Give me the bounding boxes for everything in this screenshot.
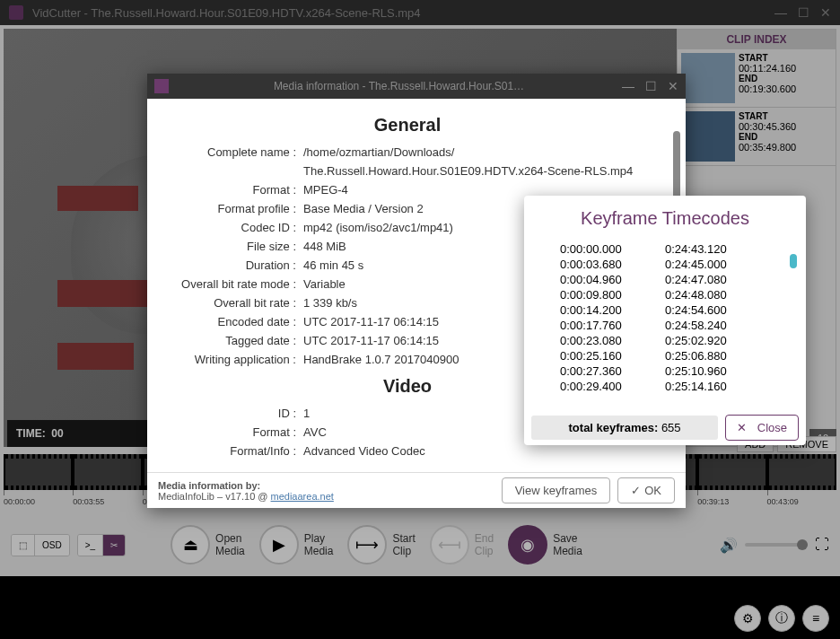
close-icon[interactable]: ✕	[820, 5, 831, 20]
info-icon: ⓘ	[775, 610, 788, 626]
clip-thumbnail	[681, 53, 735, 103]
maximize-icon[interactable]: ☐	[798, 5, 809, 20]
osd-toggle[interactable]: OSD	[35, 535, 69, 556]
clip-item[interactable]: START 00:30:45.360 END 00:35:49.800	[678, 108, 836, 166]
layout-toggle[interactable]: ⬚	[12, 535, 35, 556]
clip-index-header: CLIP INDEX	[678, 30, 836, 49]
list-icon: ≡	[812, 611, 819, 626]
play-media-button[interactable]: ▶ PlayMedia	[256, 521, 337, 568]
keyframe-dialog: Keyframe Timecodes 0:00:00.0000:00:03.68…	[524, 196, 806, 445]
toolbar: ⬚ OSD >_ ✂ ⏏ OpenMedia ▶ PlayMedia ⟼ Sta…	[0, 513, 840, 576]
start-clip-icon: ⟼	[347, 525, 387, 565]
app-icon	[154, 79, 169, 93]
clip-item[interactable]: START 00:11:24.160 END 00:19:30.600	[678, 49, 836, 108]
minimize-icon[interactable]: —	[774, 5, 787, 20]
info-button[interactable]: ⓘ	[768, 605, 795, 632]
keyframe-column: 0:00:00.0000:00:03.6800:00:04.9600:00:09…	[560, 241, 665, 403]
minimize-icon[interactable]: —	[622, 79, 634, 93]
section-heading: General	[156, 115, 659, 136]
save-icon: ◉	[508, 525, 547, 565]
end-clip-icon: ⟻	[430, 525, 469, 565]
fullscreen-icon[interactable]: ⛶	[815, 537, 829, 553]
play-icon: ▶	[259, 525, 299, 565]
scissors-icon: ✂	[110, 540, 118, 550]
total-keyframes: total keyframes: 655	[531, 416, 718, 440]
open-media-button[interactable]: ⏏ OpenMedia	[167, 521, 249, 568]
clip-thumbnail	[681, 111, 735, 162]
volume-slider[interactable]	[745, 543, 808, 547]
dialog-titlebar[interactable]: Media information - The.Russell.Howard.H…	[147, 74, 686, 99]
view-keyframes-button[interactable]: View keyframes	[502, 477, 611, 503]
mediaarea-link[interactable]: mediaarea.net	[271, 491, 334, 502]
ok-button[interactable]: ✓OK	[617, 477, 675, 503]
close-icon: ✕	[737, 421, 747, 434]
close-icon[interactable]: ✕	[668, 79, 678, 93]
keyframe-column: 0:24:43.1200:24:45.0000:24:47.0800:24:48…	[665, 241, 770, 403]
volume-icon[interactable]: 🔊	[720, 537, 738, 554]
console-toggle[interactable]: >_	[78, 535, 103, 556]
cut-toggle[interactable]: ✂	[103, 535, 125, 556]
settings-button[interactable]: ⚙	[734, 605, 761, 632]
scrollbar[interactable]	[790, 254, 797, 268]
app-titlebar: VidCutter - The.Russell.Howard.Hour.S01E…	[0, 0, 840, 25]
keyframe-title: Keyframe Timecodes	[524, 196, 806, 241]
end-clip-button: ⟻ EndClip	[426, 521, 497, 568]
save-media-button[interactable]: ◉ SaveMedia	[504, 521, 586, 568]
eject-icon: ⏏	[171, 525, 210, 565]
app-title: VidCutter - The.Russell.Howard.Hour.S01E…	[32, 6, 421, 20]
maximize-icon[interactable]: ☐	[645, 79, 657, 93]
app-icon	[9, 5, 23, 20]
check-icon: ✓	[631, 484, 641, 497]
list-button[interactable]: ≡	[802, 605, 829, 632]
start-clip-button[interactable]: ⟼ StartClip	[344, 521, 418, 568]
close-button[interactable]: ✕ Close	[725, 415, 799, 441]
gear-icon: ⚙	[742, 611, 754, 626]
